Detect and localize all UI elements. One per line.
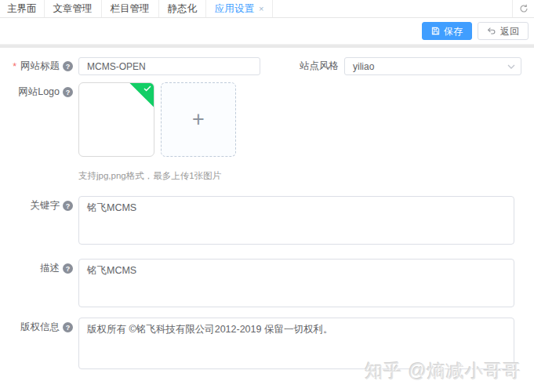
tab-app-settings[interactable]: 应用设置 × bbox=[206, 0, 273, 17]
description-textarea[interactable]: 铭飞MCMS bbox=[78, 259, 514, 307]
keywords-textarea[interactable]: 铭飞MCMS bbox=[78, 196, 514, 245]
chevron-down-icon bbox=[507, 64, 515, 69]
site-style-value: yiliao bbox=[353, 61, 374, 72]
plus-icon: + bbox=[192, 109, 205, 130]
add-image-button[interactable]: + bbox=[161, 82, 236, 157]
help-icon[interactable]: ? bbox=[63, 263, 73, 274]
logo-upload-list: + bbox=[78, 82, 236, 157]
back-button[interactable]: 返回 bbox=[478, 22, 529, 40]
app-window: 主界面 文章管理 栏目管理 静态化 应用设置 × bbox=[0, 0, 534, 392]
copyright-textarea[interactable]: 版权所有 ©铭飞科技有限公司2012-2019 保留一切权利。 bbox=[78, 318, 514, 369]
uploaded-logo-thumbnail[interactable] bbox=[78, 82, 154, 157]
help-icon[interactable]: ? bbox=[63, 201, 73, 211]
site-title-label-text: 网站标题 bbox=[20, 60, 60, 73]
copyright-row: 版权信息 ? 版权所有 ©铭飞科技有限公司2012-2019 保留一切权利。 bbox=[0, 318, 534, 369]
logo-label-text: 网站Logo bbox=[18, 85, 60, 99]
upload-hint: 支持jpg,png格式，最多上传1张图片 bbox=[78, 170, 534, 182]
site-style-label-text: 站点风格 bbox=[300, 60, 339, 73]
toolbar: 保存 返回 bbox=[0, 18, 534, 44]
tab-label: 应用设置 bbox=[215, 2, 254, 16]
tab-label: 主界面 bbox=[7, 2, 37, 16]
save-button[interactable]: 保存 bbox=[422, 22, 472, 40]
save-button-label: 保存 bbox=[444, 27, 463, 36]
keywords-label-text: 关键字 bbox=[31, 199, 60, 212]
site-style-label: 站点风格 bbox=[300, 60, 339, 73]
help-icon[interactable]: ? bbox=[63, 87, 73, 97]
tab-articles[interactable]: 文章管理 bbox=[45, 0, 102, 17]
close-icon[interactable]: × bbox=[259, 5, 263, 13]
copyright-label: 版权信息 ? bbox=[0, 318, 73, 369]
required-mark: * bbox=[13, 61, 16, 72]
site-style-select[interactable]: yiliao bbox=[344, 57, 521, 75]
description-row: 描述 ? 铭飞MCMS bbox=[0, 259, 534, 307]
tab-main[interactable]: 主界面 bbox=[0, 0, 45, 17]
save-icon bbox=[431, 27, 440, 35]
refresh-button[interactable] bbox=[512, 0, 534, 17]
tab-label: 文章管理 bbox=[53, 2, 93, 16]
keywords-row: 关键字 ? 铭飞MCMS bbox=[0, 196, 534, 245]
back-arrow-icon bbox=[487, 27, 496, 35]
site-title-row: * 网站标题 ? 站点风格 yiliao bbox=[0, 57, 534, 75]
settings-form: * 网站标题 ? 站点风格 yiliao 网站Logo ? bbox=[0, 48, 534, 369]
copyright-label-text: 版权信息 bbox=[20, 321, 60, 334]
refresh-icon bbox=[519, 4, 529, 13]
description-label: 描述 ? bbox=[0, 259, 73, 307]
tab-label: 栏目管理 bbox=[111, 2, 150, 16]
tab-static[interactable]: 静态化 bbox=[159, 0, 207, 17]
help-icon[interactable]: ? bbox=[63, 61, 73, 71]
tab-bar-spacer bbox=[273, 0, 512, 17]
help-icon[interactable]: ? bbox=[63, 322, 73, 332]
site-title-label: * 网站标题 ? bbox=[0, 60, 73, 73]
tab-columns[interactable]: 栏目管理 bbox=[102, 0, 159, 17]
tab-label: 静态化 bbox=[168, 2, 198, 16]
logo-label: 网站Logo ? bbox=[0, 82, 73, 157]
tab-bar: 主界面 文章管理 栏目管理 静态化 应用设置 × bbox=[0, 0, 534, 18]
logo-row: 网站Logo ? + bbox=[0, 82, 534, 157]
keywords-label: 关键字 ? bbox=[0, 196, 73, 245]
back-button-label: 返回 bbox=[500, 27, 519, 36]
description-label-text: 描述 bbox=[40, 262, 60, 275]
site-title-input[interactable] bbox=[78, 57, 260, 75]
check-icon bbox=[143, 85, 151, 92]
